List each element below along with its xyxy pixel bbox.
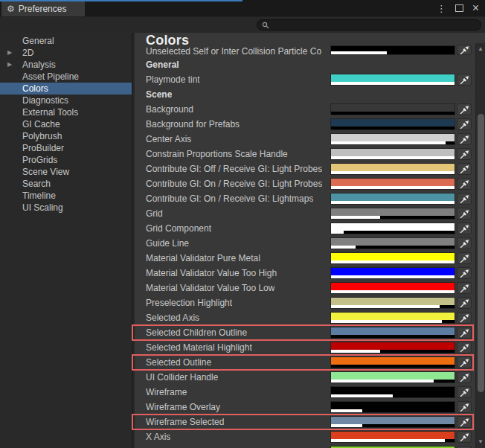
eyedropper-button[interactable]: [457, 431, 472, 443]
color-swatch[interactable]: [330, 267, 455, 279]
color-swatch[interactable]: [330, 401, 455, 413]
section-header-scene: Scene: [131, 87, 475, 102]
color-swatch[interactable]: [330, 74, 455, 86]
color-swatch[interactable]: [330, 178, 455, 190]
close-icon[interactable]: ×: [472, 2, 479, 14]
color-swatch[interactable]: [330, 312, 455, 324]
color-swatch[interactable]: [330, 133, 455, 145]
sidebar-item-ui-scaling[interactable]: UI Scaling: [0, 202, 132, 214]
color-row: Background: [131, 102, 475, 117]
eyedropper-button[interactable]: [457, 327, 472, 339]
eyedropper-button[interactable]: [457, 178, 472, 190]
color-swatch[interactable]: [330, 118, 455, 130]
alpha-bar: [331, 365, 455, 368]
color-row: Background for Prefabs: [131, 117, 475, 132]
eyedropper-button[interactable]: [457, 356, 472, 368]
sidebar-item-timeline[interactable]: Timeline: [0, 190, 132, 202]
eyedropper-button[interactable]: [457, 193, 472, 205]
color-swatch[interactable]: [330, 148, 455, 160]
eyedropper-button[interactable]: [457, 118, 472, 130]
color-row: Material Validator Value Too High: [131, 266, 475, 281]
foldout-icon[interactable]: ▶: [7, 47, 12, 59]
color-swatch[interactable]: [330, 223, 455, 234]
eyedropper-button[interactable]: [457, 74, 472, 86]
sidebar-item-search[interactable]: Search: [0, 178, 132, 190]
search-bar[interactable]: [257, 19, 481, 31]
alpha-bar: [331, 112, 455, 115]
sidebar-item-scene-view[interactable]: Scene View: [0, 166, 132, 178]
eyedropper-button[interactable]: [457, 237, 472, 249]
color-swatch[interactable]: [330, 386, 455, 398]
scrollbar-thumb[interactable]: [478, 114, 484, 392]
sidebar-item-2d[interactable]: ▶2D: [0, 47, 132, 59]
color-row: Material Validator Value Too Low: [131, 281, 475, 295]
color-swatch[interactable]: [330, 356, 455, 368]
tab-preferences[interactable]: ⚙ Preferences: [1, 1, 85, 16]
eyedropper-button[interactable]: [457, 148, 472, 160]
sidebar-item-label: ProGrids: [22, 155, 57, 165]
scrollbar[interactable]: ▲ ▼: [475, 33, 485, 448]
eyedropper-button[interactable]: [457, 45, 472, 55]
color-row: Constrain Proportions Scale Handle: [131, 147, 475, 161]
color-swatch[interactable]: [330, 193, 455, 205]
color-swatch[interactable]: [330, 371, 455, 383]
color-swatch[interactable]: [330, 252, 455, 264]
sidebar-item-polybrush[interactable]: Polybrush: [0, 130, 132, 142]
eyedropper-button[interactable]: [457, 223, 472, 234]
sidebar-item-general[interactable]: General: [0, 35, 132, 47]
menu-icon[interactable]: ⋮: [437, 3, 446, 14]
eyedropper-button[interactable]: [457, 312, 472, 324]
search-input[interactable]: [272, 21, 476, 30]
color-swatch[interactable]: [330, 416, 455, 428]
color-row: Wireframe Selected: [131, 415, 475, 429]
sidebar-item-diagnostics[interactable]: Diagnostics: [0, 95, 132, 106]
row-label: Contribute GI: On / Receive GI: Lightmap…: [146, 191, 313, 206]
color-swatch[interactable]: [330, 45, 455, 55]
row-label: Contribute GI: On / Receive GI: Light Pr…: [146, 176, 322, 191]
swatch-color: [331, 74, 455, 82]
eyedropper-button[interactable]: [457, 386, 472, 398]
swatch-color: [331, 46, 455, 51]
color-swatch[interactable]: [330, 237, 455, 249]
sidebar-item-asset-pipeline[interactable]: Asset Pipeline: [0, 71, 132, 83]
row-label: Material Validator Value Too High: [146, 266, 277, 281]
color-swatch[interactable]: [330, 342, 455, 353]
sidebar-item-progrids[interactable]: ProGrids: [0, 154, 132, 166]
eyedropper-button[interactable]: [457, 416, 472, 428]
scroll-down-icon[interactable]: ▼: [476, 437, 485, 447]
eyedropper-button[interactable]: [457, 401, 472, 413]
eyedropper-button[interactable]: [457, 252, 472, 264]
swatch-color: [331, 134, 455, 141]
swatch-color: [331, 223, 455, 231]
alpha-bar: [331, 246, 455, 249]
color-swatch[interactable]: [330, 431, 455, 443]
scrollbar-track[interactable]: ▲ ▼: [475, 43, 485, 448]
sidebar-item-probuilder[interactable]: ProBuilder: [0, 142, 132, 154]
eyedropper-button[interactable]: [457, 267, 472, 279]
eyedropper-button[interactable]: [457, 342, 472, 353]
eyedropper-button[interactable]: [457, 297, 472, 309]
eyedropper-button[interactable]: [457, 208, 472, 220]
color-swatch[interactable]: [330, 208, 455, 220]
eyedropper-button[interactable]: [457, 133, 472, 145]
alpha-bar: [331, 171, 455, 174]
color-swatch[interactable]: [330, 282, 455, 294]
sidebar-item-external-tools[interactable]: External Tools: [0, 106, 132, 118]
color-row: Contribute GI: Off / Receive GI: Light P…: [131, 161, 475, 176]
color-swatch[interactable]: [330, 297, 455, 309]
scroll-up-icon[interactable]: ▲: [476, 44, 485, 54]
color-swatch[interactable]: [330, 103, 455, 115]
eyedropper-button[interactable]: [457, 282, 472, 294]
color-swatch[interactable]: [330, 163, 455, 175]
color-swatch[interactable]: [330, 327, 455, 339]
eyedropper-button[interactable]: [457, 163, 472, 175]
foldout-icon[interactable]: ▶: [7, 59, 12, 71]
maximize-icon[interactable]: [455, 4, 463, 12]
eyedropper-button[interactable]: [457, 103, 472, 115]
sidebar-item-colors[interactable]: Colors: [0, 83, 132, 95]
swatch-color: [331, 283, 455, 290]
sidebar-item-gi-cache[interactable]: GI Cache: [0, 118, 132, 130]
sidebar-item-analysis[interactable]: ▶Analysis: [0, 59, 132, 71]
alpha-bar: [331, 380, 455, 383]
eyedropper-button[interactable]: [457, 371, 472, 383]
